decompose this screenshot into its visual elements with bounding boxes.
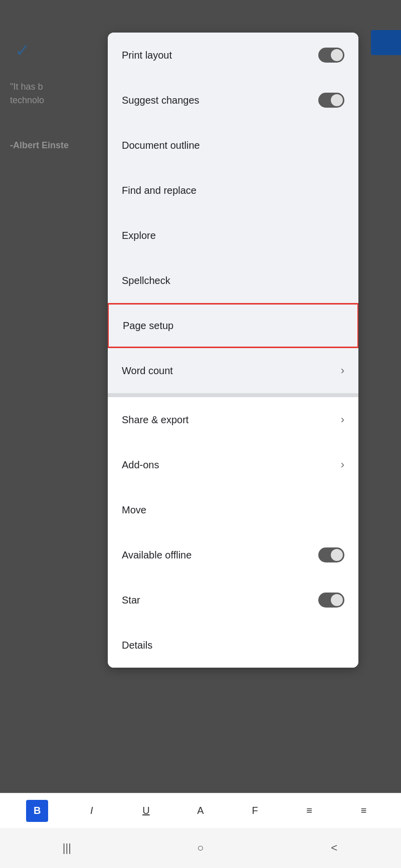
available-offline-label: Available offline [122,549,191,561]
menu-item-page-setup[interactable]: Page setup [108,303,358,348]
font-format-button[interactable]: F [244,800,266,822]
list-button[interactable]: ≡ [353,800,375,822]
word-count-chevron-icon: › [341,364,344,377]
spellcheck-label: Spellcheck [122,275,170,286]
menu-item-share-export[interactable]: Share & export › [108,397,358,442]
formatting-toolbar: B I U A F ≡ ≡ [0,793,401,828]
nav-home-icon: ○ [197,841,204,854]
nav-menu-button[interactable]: ||| [54,835,79,860]
document-outline-label: Document outline [122,140,200,151]
menu-item-word-count[interactable]: Word count › [108,348,358,393]
font-format-icon: F [252,805,258,816]
align-icon: ≡ [306,805,312,816]
page-setup-label: Page setup [123,320,173,332]
context-menu: Print layout Suggest changes Document ou… [108,33,358,668]
suggest-changes-label: Suggest changes [122,95,199,106]
section-divider [108,393,358,397]
menu-item-find-replace[interactable]: Find and replace [108,168,358,213]
bold-button[interactable]: B [26,800,48,822]
menu-item-available-offline[interactable]: Available offline [108,532,358,577]
print-layout-label: Print layout [122,50,172,61]
share-export-label: Share & export [122,414,188,426]
add-ons-chevron-icon: › [341,458,344,471]
bold-icon: B [34,805,41,816]
find-replace-label: Find and replace [122,185,196,196]
underline-icon: U [142,805,149,816]
add-ons-label: Add-ons [122,459,159,471]
menu-item-add-ons[interactable]: Add-ons › [108,442,358,487]
move-label: Move [122,504,146,516]
nav-back-icon: < [331,841,337,854]
underline-button[interactable]: U [135,800,157,822]
italic-button[interactable]: I [81,800,103,822]
menu-item-print-layout[interactable]: Print layout [108,33,358,78]
share-export-chevron-icon: › [341,413,344,426]
print-layout-toggle[interactable] [318,48,344,63]
list-icon: ≡ [361,805,367,816]
details-label: Details [122,640,152,651]
align-button[interactable]: ≡ [298,800,320,822]
menu-item-suggest-changes[interactable]: Suggest changes [108,78,358,123]
nav-menu-icon: ||| [63,841,71,854]
suggest-changes-toggle[interactable] [318,93,344,108]
menu-item-move[interactable]: Move [108,487,358,532]
menu-item-spellcheck[interactable]: Spellcheck [108,258,358,303]
star-toggle[interactable] [318,593,344,608]
text-color-button[interactable]: A [189,800,212,822]
explore-label: Explore [122,230,156,241]
system-nav-bar: ||| ○ < [0,828,401,868]
nav-home-button[interactable]: ○ [188,835,213,860]
star-label: Star [122,595,140,606]
word-count-label: Word count [122,365,173,377]
italic-icon: I [90,805,93,816]
menu-item-explore[interactable]: Explore [108,213,358,258]
menu-item-star[interactable]: Star [108,577,358,623]
text-color-icon: A [197,805,204,816]
menu-item-details[interactable]: Details [108,623,358,668]
nav-back-button[interactable]: < [322,835,347,860]
menu-item-document-outline[interactable]: Document outline [108,123,358,168]
available-offline-toggle[interactable] [318,547,344,562]
